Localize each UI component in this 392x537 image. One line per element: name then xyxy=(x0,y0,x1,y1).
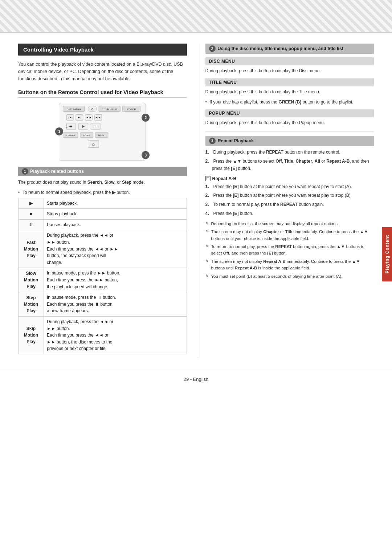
right-column: 2 Using the disc menu, title menu, popup… xyxy=(198,44,374,358)
repeat-ab-heading: □ Repeat A-B xyxy=(205,176,374,181)
note-5: You must set point (B) at least 5 second… xyxy=(205,273,374,280)
table-row: ■ Stops playback. xyxy=(19,209,187,220)
svg-text:MUSIC: MUSIC xyxy=(98,134,106,137)
svg-text:►|: ►| xyxy=(78,116,81,119)
playback-header: 1 Playback related buttons xyxy=(18,167,187,176)
table-icon-fast: FastMotionPlay xyxy=(19,230,44,268)
checkbox-icon: □ xyxy=(205,176,211,181)
repeat-ab-section: □ Repeat A-B 1. Press the [E] button at … xyxy=(205,176,374,217)
section-title-text: Controlling Video Playback xyxy=(23,46,94,53)
list-item: 4. Press the [E] button. xyxy=(205,210,374,217)
table-desc-step: In pause mode, press the ⏸ button.Each t… xyxy=(44,292,187,317)
side-tab-label: Playing Content xyxy=(385,235,390,273)
table-icon-cell: ■ xyxy=(19,209,44,220)
svg-text:DISC MENU: DISC MENU xyxy=(67,108,81,111)
title-menu-label: TITLE MENU xyxy=(205,78,374,86)
callout-2: 2 xyxy=(142,114,150,122)
section-2-header: 2 Using the disc menu, title menu, popup… xyxy=(205,44,374,54)
note-1: Depending on the disc, the screen may no… xyxy=(205,220,374,227)
svg-text:HOME: HOME xyxy=(83,134,90,137)
remote-heading: Buttons on the Remote Control used for V… xyxy=(18,89,187,98)
table-row: SlowMotionPlay In pause mode, press the … xyxy=(19,268,187,292)
repeat-ab-steps-list: 1. Press the [E] button at the point whe… xyxy=(205,183,374,217)
table-icon-step: StepMotionPlay xyxy=(19,292,44,317)
list-item: 2. Press the ▲▼ buttons to select Off, T… xyxy=(205,158,374,172)
table-desc-skip: During playback, press the ◄◄ or►► butto… xyxy=(44,316,187,354)
table-row: FastMotionPlay During playback, press th… xyxy=(19,230,187,268)
page-footer: 29 - English xyxy=(0,369,392,389)
svg-text:■: ■ xyxy=(70,124,72,128)
section-3-num: 3 xyxy=(209,138,216,144)
page-number: 29 xyxy=(184,377,189,382)
page-language: - English xyxy=(190,377,209,382)
table-icon-slow: SlowMotionPlay xyxy=(19,268,44,292)
svg-text:SUBTITLE: SUBTITLE xyxy=(65,134,75,137)
top-decorative-pattern xyxy=(0,0,392,33)
popup-menu-label: POPUP MENU xyxy=(205,109,374,117)
svg-text:⏸: ⏸ xyxy=(94,124,97,128)
list-item: 1. During playback, press the REPEAT but… xyxy=(205,149,374,156)
notes-section: Depending on the disc, the screen may no… xyxy=(205,220,374,280)
popup-menu-text: During playback, press this button to di… xyxy=(205,119,374,127)
section-3-heading-text: Repeat Playback xyxy=(218,138,254,143)
svg-text:TITLE MENU: TITLE MENU xyxy=(102,108,117,111)
table-icon-cell: ▶ xyxy=(19,198,44,209)
list-item: 3. To return to normal play, press the R… xyxy=(205,201,374,208)
title-menu-text: During playback, press this button to di… xyxy=(205,89,374,96)
svg-text:POPUP: POPUP xyxy=(127,108,136,111)
title-menu-bullet: If your disc has a playlist, press the G… xyxy=(205,99,374,106)
list-item: 2. Press the [E] button at the point whe… xyxy=(205,192,374,199)
table-icon-cell: ⏸ xyxy=(19,219,44,230)
table-icon-skip: SkipMotionPlay xyxy=(19,316,44,354)
table-row: StepMotionPlay In pause mode, press the … xyxy=(19,292,187,317)
remote-control-svg: DISC MENU 0 TITLE MENU POPUP |◄ ►| ◄◄ ►► xyxy=(59,103,146,161)
table-row: SkipMotionPlay During playback, press th… xyxy=(19,316,187,354)
table-row: ▶ Starts playback. xyxy=(19,198,187,209)
playback-header-num: 1 xyxy=(22,168,28,175)
repeat-steps-list: 1. During playback, press the REPEAT but… xyxy=(205,149,374,172)
note-2: The screen may not display Chapter or Ti… xyxy=(205,228,374,242)
section-3-header: 3 Repeat Playback xyxy=(205,136,374,146)
playback-table: ▶ Starts playback. ■ Stops playback. ⏸ P… xyxy=(18,198,187,354)
section-title: Controlling Video Playback xyxy=(18,44,187,56)
table-row: ⏸ Pauses playback. xyxy=(19,219,187,230)
table-desc-fast: During playback, press the ◄◄ or►► butto… xyxy=(44,230,187,268)
remote-control-area: 1 2 3 DISC MENU 0 TITLE MENU POP xyxy=(52,103,153,161)
side-tab: Playing Content xyxy=(382,227,392,281)
svg-text:0: 0 xyxy=(91,107,93,111)
note-4: The screen may not display Repeat A-B im… xyxy=(205,258,374,272)
playback-header-text: Playback related buttons xyxy=(30,169,84,174)
svg-text:►►: ►► xyxy=(95,116,101,119)
table-desc-cell: Stops playback. xyxy=(44,209,187,220)
svg-text:⌂: ⌂ xyxy=(92,141,95,147)
divider xyxy=(205,131,374,131)
repeat-ab-heading-text: Repeat A-B xyxy=(212,176,237,181)
section-2-num: 2 xyxy=(209,45,216,52)
callout-3: 3 xyxy=(142,151,150,159)
svg-text:|◄: |◄ xyxy=(68,116,72,119)
remote-heading-text: Buttons on the Remote Control used for V… xyxy=(18,89,163,95)
left-column: Controlling Video Playback You can contr… xyxy=(18,44,187,358)
disc-menu-text: During playback, press this button to di… xyxy=(205,68,374,75)
list-item: 1. Press the [E] button at the point whe… xyxy=(205,183,374,191)
playback-bullet-1: To return to normal speed playback, pres… xyxy=(18,189,187,196)
section-2-heading-text: Using the disc menu, title menu, popup m… xyxy=(218,46,344,51)
intro-paragraph: You can control the playback of video co… xyxy=(18,61,187,82)
disc-menu-label: DISC MENU xyxy=(205,57,374,65)
svg-text:◄◄: ◄◄ xyxy=(86,116,92,119)
note-3: To return to normal play, press the REPE… xyxy=(205,243,374,257)
playback-intro: The product does not play sound in Searc… xyxy=(18,179,187,186)
table-desc-cell: Starts playback. xyxy=(44,198,187,209)
svg-text:▶: ▶ xyxy=(82,124,85,128)
table-desc-cell: Pauses playback. xyxy=(44,219,187,230)
table-desc-slow: In pause mode, press the ►► button.Each … xyxy=(44,268,187,292)
